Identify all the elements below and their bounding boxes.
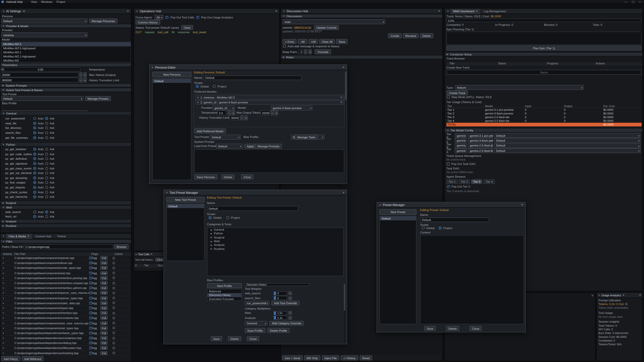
full-button[interactable]: Full	[100, 301, 108, 305]
remove-file-button[interactable]	[2, 347, 6, 350]
agg-checkbox[interactable]	[89, 337, 92, 339]
category-python[interactable]: Python	[0, 142, 131, 146]
tab-theme[interactable]: Theme	[54, 233, 68, 239]
apply-button[interactable]: Apply	[244, 144, 256, 148]
auto-radio[interactable]	[33, 153, 36, 156]
tab-context-hub[interactable]: Context Hub	[33, 233, 54, 239]
agg-checkbox[interactable]	[89, 297, 92, 300]
agg-checkbox[interactable]	[89, 347, 92, 350]
tree-node[interactable]: Web	[208, 239, 344, 243]
collapse-icon[interactable]	[379, 204, 381, 206]
pop-out-usage-checkbox[interactable]	[196, 16, 199, 18]
profile-list-item[interactable]: Discovery-Heavy	[208, 293, 242, 297]
tier-provider-dropdown[interactable]: gemini	[455, 143, 467, 148]
tab-close-icon[interactable]	[622, 293, 624, 297]
auto-radio[interactable]	[33, 126, 36, 129]
delete-discussion-button[interactable]: Delete	[420, 33, 433, 38]
ask-radio[interactable]	[45, 122, 48, 125]
increment-button[interactable]	[275, 110, 278, 115]
keep-pairs-input[interactable]: 2	[299, 49, 303, 54]
preset-list-item[interactable]: Default	[380, 216, 416, 220]
tier-provider-dropdown[interactable]: gemini	[455, 133, 467, 138]
ask-radio[interactable]	[45, 186, 48, 189]
decrement-button[interactable]	[79, 78, 83, 82]
agg-checkbox[interactable]	[89, 257, 92, 259]
remove-model-button[interactable]	[340, 96, 343, 99]
auto-radio[interactable]	[33, 191, 36, 194]
ask-radio[interactable]	[45, 117, 48, 120]
tab-mma-dashboard[interactable]: MMA Dashboard	[450, 8, 480, 14]
category-collapse-icon[interactable]	[2, 206, 4, 209]
full-button[interactable]: Full	[100, 256, 108, 260]
category-runtime[interactable]: Runtime	[0, 224, 131, 228]
full-button[interactable]: Full	[100, 336, 108, 340]
tree-node[interactable]: Surgical	[208, 236, 344, 239]
system-prompt-textarea[interactable]	[194, 149, 344, 173]
model-option[interactable]: MiniMax-M2.5	[2, 42, 131, 46]
remove-file-button[interactable]	[2, 287, 6, 290]
remove-file-button[interactable]	[2, 292, 6, 295]
active-presets-section[interactable]: Active Tool Presets & Biases	[0, 88, 131, 92]
profile-name-input[interactable]: Discovery-Heavy	[245, 283, 310, 286]
temperature-input[interactable]: 0.0	[217, 110, 226, 115]
close-icon[interactable]	[342, 191, 345, 194]
auto-add-checkbox[interactable]	[283, 45, 286, 48]
expand-icon[interactable]	[211, 244, 212, 246]
expand-icon[interactable]	[211, 232, 212, 235]
agg-checkbox[interactable]	[89, 272, 92, 274]
full-button[interactable]: Full	[100, 331, 108, 335]
full-button[interactable]: Full	[100, 291, 108, 295]
tree-node[interactable]: Runtime	[208, 247, 344, 251]
footer-action-button[interactable]: Inject File	[322, 356, 339, 360]
auto-radio[interactable]	[33, 186, 36, 189]
collapse-icon[interactable]	[2, 235, 4, 237]
remove-file-button[interactable]	[2, 337, 6, 339]
agg-checkbox[interactable]	[89, 277, 92, 279]
tree-node[interactable]: Python	[208, 232, 344, 236]
close-icon[interactable]	[591, 294, 594, 298]
save-persona-button[interactable]: Save Persona	[194, 174, 217, 179]
weight-value-input[interactable]: 4	[274, 296, 287, 300]
entry-action-button[interactable]: + Entry	[282, 39, 297, 44]
tier-model-dropdown[interactable]: gemini-2.5-flash-lite	[468, 148, 493, 153]
delete-button[interactable]: Delete	[228, 336, 241, 341]
auto-radio[interactable]	[33, 148, 36, 151]
section-collapse-icon[interactable]	[2, 89, 4, 91]
preset-name-input[interactable]: Default	[420, 218, 489, 222]
history-limit-input[interactable]: 900000	[230, 115, 239, 120]
footer-action-button[interactable]: Reset	[360, 356, 372, 360]
ask-radio[interactable]	[45, 131, 48, 134]
new-profile-button[interactable]: New Profile	[207, 283, 242, 288]
remove-model-button[interactable]	[340, 100, 343, 104]
scope-global-radio[interactable]	[209, 216, 212, 219]
full-button[interactable]: Full	[100, 351, 108, 355]
decrement-button[interactable]	[304, 49, 308, 54]
close-icon[interactable]	[639, 0, 641, 3]
agg-checkbox[interactable]	[89, 282, 92, 284]
model-option[interactable]: MiniMax-M2.1-highspeed	[2, 54, 131, 58]
collapse-icon[interactable]	[598, 294, 600, 296]
auto-radio[interactable]	[33, 162, 36, 165]
category-web[interactable]: Web	[0, 205, 131, 209]
ask-radio[interactable]	[45, 167, 48, 170]
close-icon[interactable]	[438, 9, 440, 13]
full-button[interactable]: Full	[100, 321, 108, 325]
tier-preset-dropdown[interactable]: Default	[494, 143, 641, 148]
tool-preset-dropdown[interactable]: Default	[210, 135, 241, 139]
full-button[interactable]: Full	[100, 266, 108, 270]
clear-button[interactable]: Clear	[155, 258, 164, 261]
scrollbar[interactable]	[344, 283, 346, 344]
footer-action-button[interactable]: Gen + Send	[282, 356, 302, 360]
delete-button[interactable]: Delete	[446, 326, 459, 331]
ask-radio[interactable]	[45, 148, 48, 151]
model-dropdown[interactable]: gemini-3-flash-preview	[271, 105, 312, 110]
parameters-section[interactable]: Parameters	[0, 63, 131, 67]
step-mode-checkbox[interactable]	[447, 96, 450, 98]
files-section[interactable]: Files	[0, 239, 131, 243]
menu-item[interactable]: View	[31, 0, 37, 3]
tier-model-dropdown[interactable]: gemini-3.1-pro-preview	[468, 133, 493, 138]
menu-item[interactable]: Project	[56, 0, 65, 3]
epic-planning-textarea[interactable]	[446, 32, 642, 45]
tier-model-dropdown[interactable]: gemini-2.5-flash-lite	[468, 143, 493, 148]
save-button[interactable]: Save	[211, 336, 222, 341]
